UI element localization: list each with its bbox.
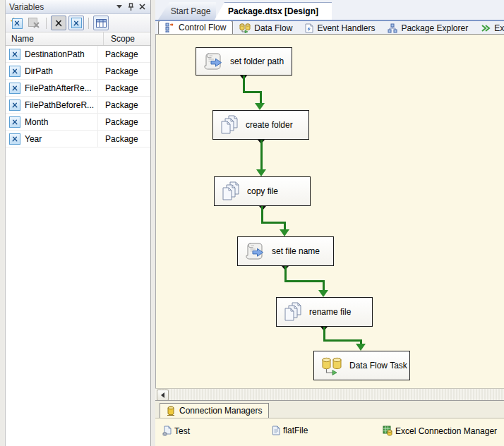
variables-panel: Variables — [5, 0, 151, 446]
scroll-left-arrow-icon — [161, 392, 164, 398]
connection-managers-content: Test flatFile — [155, 418, 504, 446]
designer-tab-strip: Control Flow Data Flow — [155, 21, 504, 34]
horizontal-scrollbar[interactable] — [155, 388, 504, 400]
task-create-folder[interactable]: create folder — [212, 110, 309, 140]
tab-event-handlers[interactable]: Event Handlers — [299, 22, 381, 34]
tab-connection-managers[interactable]: Connection Managers — [160, 403, 269, 418]
tab-label: Package.dtsx [Design] — [228, 6, 318, 16]
variable-row[interactable]: FilePathBeforeR... Package — [6, 97, 150, 114]
choose-variable-columns-icon[interactable] — [93, 16, 109, 30]
window-position-chevron-icon[interactable] — [114, 2, 124, 12]
task-label: copy file — [247, 186, 278, 196]
tab-label: Event Handlers — [317, 23, 375, 33]
delete-variable-icon — [26, 16, 42, 30]
task-label: Data Flow Task — [349, 361, 407, 370]
variable-row[interactable]: DirPath Package — [6, 63, 150, 80]
connection-managers-icon — [167, 406, 175, 416]
task-set-folder-path[interactable]: set folder path — [196, 47, 292, 76]
tab-label: Data Flow — [254, 23, 292, 33]
package-explorer-icon — [388, 23, 397, 33]
oledb-connection-icon — [162, 426, 172, 436]
variable-name: FilePathBeforeR... — [20, 100, 94, 110]
task-label: set folder path — [230, 56, 284, 66]
variable-name: DirPath — [20, 66, 53, 76]
variable-icon — [9, 83, 20, 94]
event-handlers-icon — [305, 23, 313, 33]
task-data-flow[interactable]: Data Flow Task — [313, 351, 410, 380]
task-label: create folder — [246, 120, 293, 130]
variables-titlebar[interactable]: Variables — [6, 0, 150, 14]
variable-row[interactable]: Year Package — [6, 131, 150, 147]
document-tab-strip: Start Page Package.dtsx [Design] — [155, 0, 504, 21]
connection-manager-label: flatFile — [283, 426, 308, 435]
connection-managers-panel: Connection Managers Test — [155, 400, 504, 446]
connection-manager-test[interactable]: Test — [162, 426, 190, 436]
variable-scope: Package — [98, 134, 150, 144]
variable-scope: Package — [98, 100, 150, 110]
connector-arrowhead-icon — [256, 169, 266, 176]
task-set-file-name[interactable]: set file name — [237, 236, 334, 266]
variable-name: DestinationPath — [20, 49, 85, 59]
variable-icon — [9, 49, 20, 60]
tab-label: Control Flow — [179, 23, 226, 32]
variable-name: Month — [20, 117, 48, 127]
tab-label: Package Explorer — [401, 23, 468, 33]
connection-manager-label: Excel Connection Manager — [395, 426, 497, 436]
column-header-name[interactable]: Name — [6, 32, 104, 45]
task-copy-file[interactable]: copy file — [214, 176, 311, 206]
variables-toolbar — [6, 14, 150, 32]
connector-arrowhead-icon — [356, 344, 366, 351]
tab-data-flow[interactable]: Data Flow — [233, 22, 299, 34]
add-variable-icon[interactable] — [8, 16, 24, 30]
task-rename-file[interactable]: rename file — [276, 297, 373, 327]
script-task-icon — [244, 242, 265, 260]
show-system-variables-icon[interactable] — [51, 16, 66, 30]
variable-icon — [9, 133, 20, 145]
tab-label: Start Page — [171, 6, 211, 16]
variables-title: Variables — [9, 2, 113, 12]
variable-name: Year — [20, 134, 42, 144]
tab-package-explorer[interactable]: Package Explorer — [381, 22, 474, 34]
tab-start-page[interactable]: Start Page — [158, 2, 216, 20]
show-all-variables-icon[interactable] — [68, 16, 84, 30]
variable-icon — [9, 100, 20, 111]
tab-label: Execution Re — [494, 23, 504, 33]
scroll-left-button[interactable] — [157, 390, 169, 401]
control-flow-icon — [165, 23, 175, 32]
variable-scope: Package — [98, 83, 150, 93]
connection-manager-excel[interactable]: Excel Connection Manager — [383, 426, 497, 436]
variable-row[interactable]: FilePathAfterRe... Package — [6, 80, 150, 97]
variable-icon — [9, 66, 20, 77]
connection-manager-flatfile[interactable]: flatFile — [272, 426, 308, 435]
data-flow-icon — [239, 23, 251, 33]
variable-scope: Package — [98, 49, 150, 59]
variables-grid-header: Name Scope — [6, 32, 150, 46]
execution-results-icon — [481, 24, 491, 32]
column-header-scope[interactable]: Scope — [104, 32, 150, 45]
file-system-task-icon — [220, 115, 239, 135]
variable-scope: Package — [98, 66, 150, 76]
designer-area: Start Page Package.dtsx [Design] Control… — [155, 0, 504, 446]
script-task-icon — [203, 52, 224, 71]
auto-hide-pin-icon[interactable] — [126, 2, 136, 12]
variable-row[interactable]: Month Package — [6, 114, 150, 131]
tab-package-dtsx[interactable]: Package.dtsx [Design] — [215, 2, 332, 20]
file-system-task-icon — [283, 302, 303, 322]
connector-arrowhead-icon — [255, 103, 265, 110]
task-label: set file name — [272, 246, 320, 256]
file-system-task-icon — [221, 181, 241, 201]
tab-control-flow[interactable]: Control Flow — [158, 21, 233, 34]
variable-name: FilePathAfterRe... — [20, 83, 92, 93]
tab-label: Connection Managers — [179, 406, 262, 416]
connector-arrowhead-icon — [280, 229, 289, 236]
tab-execution-results[interactable]: Execution Re — [474, 22, 504, 34]
variable-scope: Package — [98, 117, 150, 127]
variable-row[interactable]: DestinationPath Package — [6, 46, 150, 63]
control-flow-canvas[interactable]: set folder path create folder — [155, 34, 504, 388]
connector-arrowhead-icon — [318, 290, 328, 297]
connection-manager-label: Test — [174, 426, 190, 436]
connection-managers-tabrow: Connection Managers — [155, 401, 504, 418]
task-label: rename file — [309, 307, 351, 317]
excel-connection-icon — [383, 426, 392, 436]
close-icon[interactable] — [137, 2, 147, 12]
